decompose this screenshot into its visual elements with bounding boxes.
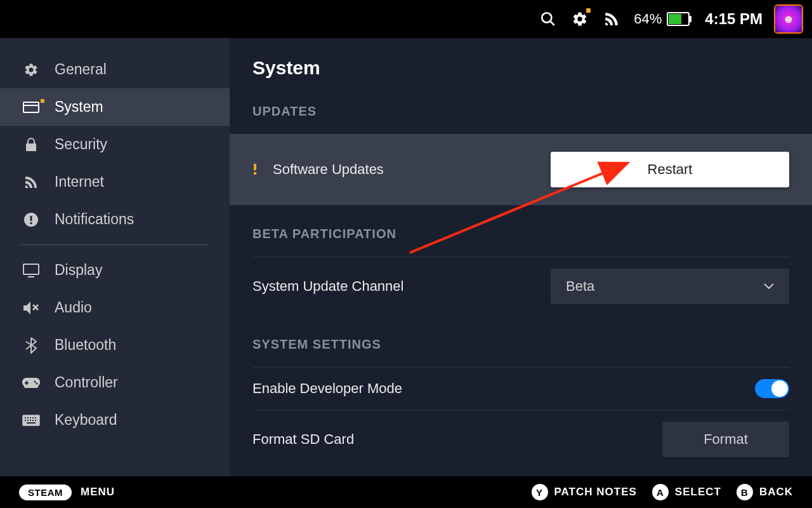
sidebar-item-security[interactable]: Security	[0, 126, 230, 163]
bottom-bar: STEAM MENU Y PATCH NOTES A SELECT B BACK	[0, 476, 812, 508]
sidebar-item-display[interactable]: Display	[0, 251, 230, 289]
sidebar-item-system[interactable]: System	[0, 88, 230, 126]
sidebar-item-label: Keyboard	[55, 411, 117, 429]
keyboard-icon	[22, 415, 41, 426]
a-key-icon: A	[652, 484, 669, 500]
clock: 4:15 PM	[705, 10, 763, 28]
bluetooth-icon	[22, 337, 41, 354]
sidebar-item-internet[interactable]: Internet	[0, 163, 230, 201]
section-heading-updates: UPDATES	[230, 104, 812, 119]
menu-label: MENU	[81, 486, 115, 498]
sidebar-divider	[22, 244, 208, 245]
gear-icon	[22, 62, 41, 77]
svg-rect-24	[30, 420, 31, 421]
sidebar-item-label: System	[55, 98, 103, 116]
sidebar-item-label: Display	[55, 262, 102, 279]
svg-rect-17	[25, 417, 26, 418]
sidebar-item-notifications[interactable]: Notifications	[0, 201, 230, 238]
y-button-hint[interactable]: Y PATCH NOTES	[532, 484, 637, 500]
svg-point-0	[542, 13, 552, 22]
y-key-icon: Y	[532, 484, 548, 500]
sidebar-item-label: Controller	[55, 374, 118, 391]
settings-gear-icon[interactable]	[570, 10, 589, 29]
format-button[interactable]: Format	[662, 422, 789, 457]
svg-rect-28	[254, 164, 256, 170]
svg-rect-20	[32, 417, 34, 418]
audio-mute-icon	[22, 301, 41, 315]
svg-rect-18	[27, 417, 29, 418]
sidebar-item-label: General	[55, 61, 107, 78]
a-button-hint[interactable]: A SELECT	[652, 484, 721, 500]
b-key-icon: B	[737, 484, 753, 500]
sidebar-item-label: Bluetooth	[55, 337, 116, 354]
display-icon	[22, 264, 41, 277]
user-avatar[interactable]: ☻	[775, 6, 802, 32]
sidebar-item-bluetooth[interactable]: Bluetooth	[0, 326, 230, 364]
svg-rect-22	[25, 420, 26, 421]
svg-rect-8	[30, 216, 32, 221]
svg-point-12	[34, 380, 36, 382]
sidebar-item-keyboard[interactable]: Keyboard	[0, 401, 230, 439]
section-heading-beta: BETA PARTICIPATION	[230, 227, 812, 241]
sidebar-item-controller[interactable]: Controller	[0, 364, 230, 401]
svg-rect-25	[32, 420, 34, 421]
svg-rect-19	[30, 417, 31, 418]
lock-icon	[22, 137, 41, 152]
section-heading-system-settings: SYSTEM SETTINGS	[230, 337, 812, 352]
sidebar-item-label: Internet	[55, 173, 104, 190]
format-sd-row: Format SD Card Format	[230, 410, 812, 469]
developer-mode-toggle[interactable]	[755, 379, 789, 398]
status-bar: 64% 4:15 PM ☻	[0, 0, 812, 38]
chevron-down-icon	[764, 283, 774, 290]
restart-button[interactable]: Restart	[551, 152, 789, 187]
developer-mode-label: Enable Developer Mode	[252, 380, 402, 397]
svg-rect-3	[690, 16, 691, 22]
software-updates-label: Software Updates	[273, 161, 384, 178]
wifi-icon[interactable]	[602, 10, 621, 29]
svg-rect-29	[254, 172, 256, 175]
content-pane: System UPDATES Software Updates Restart …	[230, 38, 812, 476]
sidebar-item-label: Security	[55, 136, 107, 153]
svg-rect-27	[27, 422, 36, 424]
developer-mode-row: Enable Developer Mode	[230, 368, 812, 410]
sidebar-item-label: Notifications	[55, 211, 134, 228]
main-area: General System Security Internet	[0, 38, 812, 476]
format-sd-label: Format SD Card	[252, 431, 354, 448]
sidebar-item-general[interactable]: General	[0, 51, 230, 88]
signal-icon	[22, 175, 41, 190]
sidebar-item-label: Audio	[55, 299, 92, 316]
svg-point-13	[36, 382, 38, 384]
update-alert-icon	[252, 164, 258, 175]
svg-rect-23	[27, 420, 29, 421]
sidebar: General System Security Internet	[0, 38, 230, 476]
svg-rect-15	[25, 382, 29, 384]
software-updates-row: Software Updates Restart	[230, 134, 812, 205]
steam-button[interactable]: STEAM	[19, 485, 72, 500]
sidebar-item-audio[interactable]: Audio	[0, 289, 230, 326]
alert-icon	[22, 213, 41, 227]
battery-percentage: 64%	[634, 11, 662, 27]
search-icon[interactable]	[539, 10, 558, 29]
page-title: System	[230, 57, 812, 79]
update-channel-row: System Update Channel Beta	[230, 257, 812, 316]
svg-rect-4	[669, 14, 681, 24]
svg-rect-21	[35, 417, 36, 418]
battery-indicator: 64%	[634, 11, 692, 27]
b-button-hint[interactable]: B BACK	[737, 484, 793, 500]
update-channel-select[interactable]: Beta	[551, 269, 789, 304]
controller-icon	[22, 377, 41, 389]
svg-rect-26	[35, 420, 36, 421]
svg-rect-5	[23, 102, 39, 112]
svg-rect-10	[23, 264, 39, 274]
update-channel-label: System Update Channel	[252, 278, 403, 295]
system-icon	[22, 102, 41, 113]
battery-icon	[667, 12, 692, 26]
svg-rect-9	[30, 222, 32, 224]
svg-line-1	[551, 21, 555, 25]
